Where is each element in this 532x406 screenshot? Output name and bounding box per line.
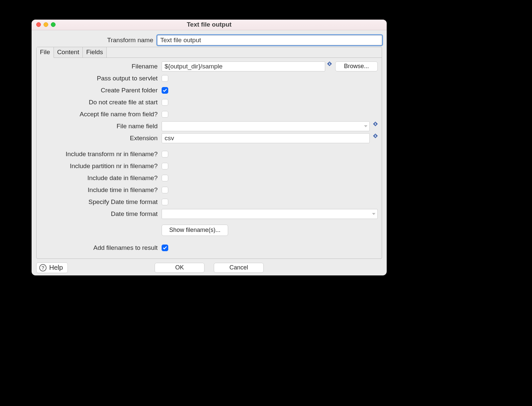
add-result-checkbox[interactable] xyxy=(162,245,168,251)
no-create-start-checkbox[interactable] xyxy=(162,99,168,106)
pass-servlet-label: Pass output to servlet xyxy=(41,75,158,82)
help-button[interactable]: ? Help xyxy=(36,262,68,273)
window-title: Text file output xyxy=(32,21,387,28)
filename-label: Filename xyxy=(41,63,158,70)
accept-from-field-row: Accept file name from field? xyxy=(41,109,378,120)
filename-field-combo[interactable] xyxy=(162,121,370,131)
ok-button[interactable]: OK xyxy=(155,263,204,273)
browse-button[interactable]: Browse... xyxy=(335,61,378,71)
tabs: File Content Fields xyxy=(37,47,382,58)
create-parent-row: Create Parent folder xyxy=(41,85,378,96)
dtf-row: Date time format xyxy=(41,209,378,219)
filename-row: Filename $ Browse... xyxy=(41,61,378,72)
dtf-combo[interactable] xyxy=(162,209,378,219)
titlebar: Text file output xyxy=(32,20,387,30)
cancel-button-label: Cancel xyxy=(229,264,248,271)
inc-date-checkbox[interactable] xyxy=(162,175,168,181)
variable-icon: $ xyxy=(373,122,378,126)
tab-file-label: File xyxy=(40,49,50,56)
transform-name-input[interactable] xyxy=(157,35,382,45)
show-filenames-label: Show filename(s)... xyxy=(169,227,220,234)
dialog-body: Transform name File Content Fields Filen… xyxy=(32,30,387,262)
svg-marker-2 xyxy=(364,125,367,127)
inc-transform-nr-row: Include transform nr in filename? xyxy=(41,149,378,159)
variable-icon: $ xyxy=(327,61,332,66)
transform-name-label: Transform name xyxy=(36,37,154,44)
tab-fields-label: Fields xyxy=(86,49,103,56)
svg-marker-7 xyxy=(372,213,375,215)
tab-fields[interactable]: Fields xyxy=(83,47,107,57)
window-controls xyxy=(36,22,56,27)
specify-dtf-label: Specify Date time format xyxy=(41,198,158,206)
inc-transform-nr-checkbox[interactable] xyxy=(162,151,168,157)
pass-servlet-checkbox[interactable] xyxy=(162,75,168,82)
no-create-start-label: Do not create file at start xyxy=(41,99,158,106)
inc-partition-nr-row: Include partition nr in filename? xyxy=(41,161,378,171)
add-result-label: Add filenames to result xyxy=(41,244,158,252)
tab-panel: File Content Fields Filename $ Browse... xyxy=(36,47,382,259)
chevron-down-icon xyxy=(364,125,367,128)
svg-text:$: $ xyxy=(374,122,376,126)
filename-input[interactable] xyxy=(162,61,325,71)
close-icon[interactable] xyxy=(36,22,41,27)
help-button-label: Help xyxy=(49,264,63,271)
inc-date-row: Include date in filename? xyxy=(41,173,378,183)
create-parent-checkbox[interactable] xyxy=(162,87,168,94)
extension-label: Extension xyxy=(41,135,158,142)
dialog-window: Text file output Transform name File Con… xyxy=(32,20,387,275)
no-create-start-row: Do not create file at start xyxy=(41,97,378,108)
variable-icon: $ xyxy=(373,134,378,138)
minimize-icon[interactable] xyxy=(44,22,48,27)
specify-dtf-checkbox[interactable] xyxy=(162,199,168,205)
extension-input[interactable] xyxy=(162,133,370,143)
help-icon: ? xyxy=(39,264,47,271)
add-result-row: Add filenames to result xyxy=(41,243,378,253)
browse-button-label: Browse... xyxy=(344,63,369,70)
inc-date-label: Include date in filename? xyxy=(41,174,158,182)
filename-field-row: File name field $ xyxy=(41,121,378,132)
tab-file-content: Filename $ Browse... Pass output to serv… xyxy=(37,58,382,258)
filename-field-label: File name field xyxy=(41,123,158,130)
inc-transform-nr-label: Include transform nr in filename? xyxy=(41,151,158,158)
inc-time-checkbox[interactable] xyxy=(162,187,168,193)
pass-servlet-row: Pass output to servlet xyxy=(41,73,378,84)
create-parent-label: Create Parent folder xyxy=(41,87,158,94)
inc-time-row: Include time in filename? xyxy=(41,185,378,195)
specify-dtf-row: Specify Date time format xyxy=(41,197,378,207)
svg-text:$: $ xyxy=(329,62,330,65)
dialog-footer: ? Help OK Cancel xyxy=(32,262,387,275)
tab-content[interactable]: Content xyxy=(54,47,83,57)
inc-partition-nr-checkbox[interactable] xyxy=(162,163,168,169)
cancel-button[interactable]: Cancel xyxy=(214,263,264,273)
accept-from-field-checkbox[interactable] xyxy=(162,111,168,118)
transform-name-row: Transform name xyxy=(36,35,382,46)
accept-from-field-label: Accept file name from field? xyxy=(41,111,158,118)
svg-text:$: $ xyxy=(374,134,376,138)
inc-time-label: Include time in filename? xyxy=(41,186,158,194)
show-filenames-row: Show filename(s)... xyxy=(41,225,378,236)
tab-content-label: Content xyxy=(57,49,79,56)
show-filenames-button[interactable]: Show filename(s)... xyxy=(162,225,228,236)
chevron-down-icon xyxy=(372,212,375,216)
zoom-icon[interactable] xyxy=(51,22,56,27)
dtf-label: Date time format xyxy=(41,210,158,218)
ok-button-label: OK xyxy=(175,264,184,271)
tab-file[interactable]: File xyxy=(37,47,54,58)
inc-partition-nr-label: Include partition nr in filename? xyxy=(41,162,158,170)
extension-row: Extension $ xyxy=(41,133,378,144)
